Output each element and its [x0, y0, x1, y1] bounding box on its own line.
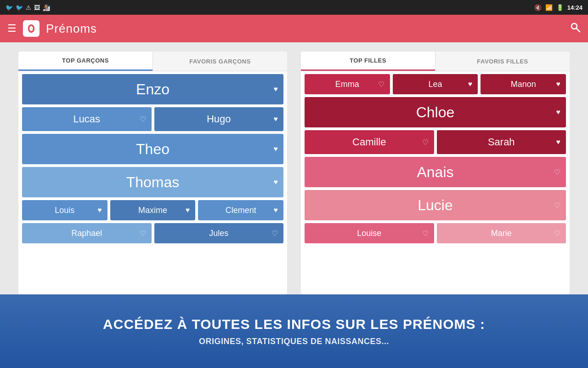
name-marie[interactable]: Marie ♡ [437, 223, 566, 243]
wifi-icon: 📶 [545, 4, 553, 11]
heart-camille: ♡ [422, 138, 429, 147]
person-icon: 🏂 [43, 4, 50, 11]
name-maxime[interactable]: Maxime ♥ [110, 200, 196, 220]
banner-subtitle: ORIGINES, STATISTIQUES DE NAISSANCES... [199, 337, 389, 346]
app-title: Prénoms [46, 22, 563, 36]
girls-row-1: Emma ♡ Lea ♥ Manon ♥ [305, 74, 566, 94]
name-raphael[interactable]: Raphael ♡ [22, 223, 152, 243]
heart-enzo: ♥ [274, 85, 278, 93]
name-louise[interactable]: Louise ♡ [305, 223, 434, 243]
heart-lea: ♥ [468, 80, 473, 88]
tab-favoris-garcons[interactable]: FAVORIS GARÇONS [153, 52, 287, 71]
boys-row-6: Raphael ♡ Jules ♡ [22, 223, 283, 243]
girls-row-5: Lucie ♡ [305, 190, 566, 220]
heart-clement: ♥ [274, 206, 278, 214]
svg-line-3 [577, 29, 580, 32]
alert-icon: ⚠ [26, 4, 31, 11]
heart-emma: ♡ [378, 80, 384, 89]
heart-hugo: ♥ [274, 115, 278, 123]
boys-row-3: Theo ♥ [22, 134, 283, 164]
heart-marie: ♡ [554, 229, 560, 238]
boys-row-4: Thomas ♥ [22, 167, 283, 197]
girls-tabs: TOP FILLES FAVORIS FILLES [301, 52, 570, 71]
name-louis[interactable]: Louis ♥ [22, 200, 107, 220]
boys-row-1: Enzo ♥ [22, 74, 283, 104]
boys-tabs: TOP GARÇONS FAVORIS GARÇONS [18, 52, 287, 71]
heart-sarah: ♥ [556, 138, 561, 146]
name-manon[interactable]: Manon ♥ [481, 74, 566, 94]
girls-row-6: Louise ♡ Marie ♡ [305, 223, 566, 243]
tab-top-garcons[interactable]: TOP GARÇONS [18, 52, 153, 71]
status-right: 🔇 📶 🔋 14:24 [534, 4, 582, 11]
heart-chloe: ♥ [556, 108, 561, 116]
boys-panel: TOP GARÇONS FAVORIS GARÇONS Enzo ♥ Lucas… [18, 52, 287, 294]
name-clement[interactable]: Clement ♥ [198, 200, 283, 220]
name-camille[interactable]: Camille ♡ [305, 130, 434, 154]
boys-row-2: Lucas ♡ Hugo ♥ [22, 107, 283, 131]
menu-icon[interactable]: ☰ [7, 23, 17, 34]
heart-manon: ♥ [556, 80, 561, 88]
mute-icon: 🔇 [534, 4, 542, 11]
name-anais[interactable]: Anais ♡ [305, 157, 566, 187]
heart-thomas: ♥ [274, 178, 278, 186]
name-theo[interactable]: Theo ♥ [22, 134, 283, 164]
name-sarah[interactable]: Sarah ♥ [437, 130, 566, 154]
name-lea[interactable]: Lea ♥ [393, 74, 478, 94]
girls-row-2: Chloe ♥ [305, 97, 566, 127]
name-jules[interactable]: Jules ♡ [154, 223, 284, 243]
name-hugo[interactable]: Hugo ♥ [154, 107, 284, 131]
app-bar: ☰ Prénoms [0, 15, 588, 42]
heart-lucas: ♡ [140, 115, 146, 124]
heart-louis: ♥ [97, 206, 102, 214]
tab-favoris-filles[interactable]: FAVORIS FILLES [435, 52, 570, 71]
search-button[interactable] [570, 22, 581, 35]
boys-names-list: Enzo ♥ Lucas ♡ Hugo ♥ Theo ♥ [18, 71, 287, 246]
name-enzo[interactable]: Enzo ♥ [22, 74, 283, 104]
heart-louise: ♡ [422, 229, 429, 238]
status-icons: 🐦 🐦 ⚠ 🖼 🏂 [6, 4, 50, 11]
app-logo [23, 20, 40, 37]
banner-title: ACCÉDEZ À TOUTES LES INFOS SUR LES PRÉNO… [103, 316, 485, 332]
battery-icon: 🔋 [556, 4, 564, 11]
twitter-icon-1: 🐦 [6, 4, 13, 11]
heart-jules: ♡ [271, 229, 278, 238]
svg-point-1 [29, 26, 33, 31]
heart-anais: ♡ [554, 168, 560, 177]
name-chloe[interactable]: Chloe ♥ [305, 97, 566, 127]
name-thomas[interactable]: Thomas ♥ [22, 167, 283, 197]
girls-panel: TOP FILLES FAVORIS FILLES Emma ♡ Lea ♥ M… [301, 52, 570, 294]
girls-row-3: Camille ♡ Sarah ♥ [305, 130, 566, 154]
boys-row-5: Louis ♥ Maxime ♥ Clement ♥ [22, 200, 283, 220]
name-emma[interactable]: Emma ♡ [305, 74, 390, 94]
girls-row-4: Anais ♡ [305, 157, 566, 187]
name-lucie[interactable]: Lucie ♡ [305, 190, 566, 220]
promo-banner: ACCÉDEZ À TOUTES LES INFOS SUR LES PRÉNO… [0, 294, 588, 368]
heart-raphael: ♡ [140, 229, 146, 238]
heart-lucie: ♡ [554, 201, 560, 210]
status-bar: 🐦 🐦 ⚠ 🖼 🏂 🔇 📶 🔋 14:24 [0, 0, 588, 15]
girls-names-list: Emma ♡ Lea ♥ Manon ♥ Chloe ♥ [301, 71, 570, 246]
twitter-icon-2: 🐦 [16, 4, 23, 11]
name-lucas[interactable]: Lucas ♡ [22, 107, 152, 131]
tab-top-filles[interactable]: TOP FILLES [301, 52, 435, 71]
heart-theo: ♥ [274, 145, 278, 153]
image-icon: 🖼 [34, 4, 40, 11]
time-display: 14:24 [567, 4, 582, 11]
heart-maxime: ♥ [186, 206, 190, 214]
main-content: TOP GARÇONS FAVORIS GARÇONS Enzo ♥ Lucas… [0, 42, 588, 294]
